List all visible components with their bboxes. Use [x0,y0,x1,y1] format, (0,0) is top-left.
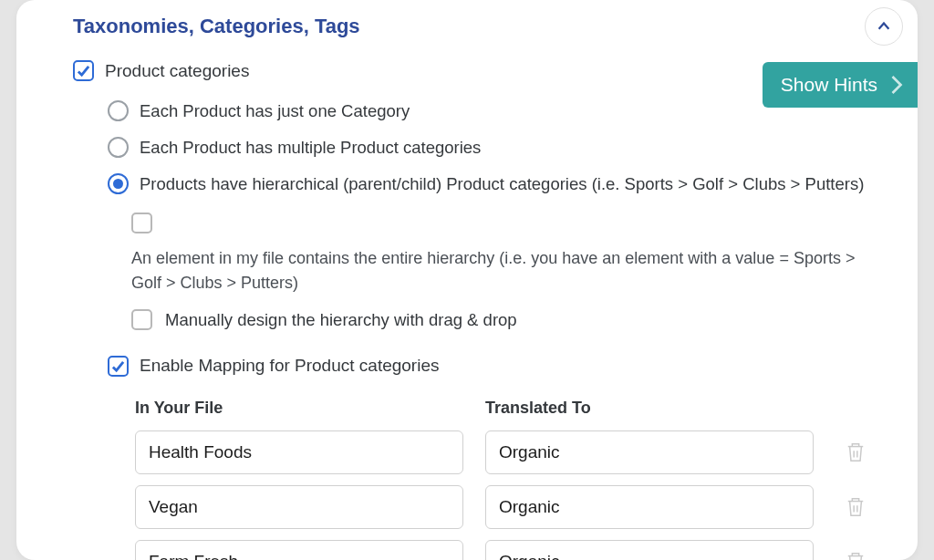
chevron-right-icon [888,73,905,97]
radio-single-category[interactable] [108,100,129,121]
delete-mapping-button[interactable] [843,549,868,560]
product-categories-checkbox[interactable] [73,60,94,81]
manual-hierarchy-checkbox[interactable] [131,309,152,330]
enable-mapping-label: Enable Mapping for Product categories [140,356,439,376]
radio-single-label: Each Product has just one Category [140,99,410,123]
chevron-up-icon [876,18,892,35]
check-icon [77,64,90,78]
mapping-target-input[interactable] [485,540,814,560]
mapping-row [135,540,881,560]
manual-hierarchy-row: Manually design the hierarchy with drag … [131,308,881,332]
radio-row-multiple: Each Product has multiple Product catego… [108,136,881,160]
radio-row-hierarchical: Products have hierarchical (parent/child… [108,172,881,196]
mapping-header-source: In Your File [135,399,463,418]
settings-panel: Taxonomies, Categories, Tags Show Hints … [16,0,918,560]
check-icon [111,359,125,373]
section-title: Taxonomies, Categories, Tags [16,0,918,60]
hierarchy-element-checkbox[interactable] [131,213,152,233]
trash-icon [846,551,866,560]
manual-hierarchy-label: Manually design the hierarchy with drag … [165,308,517,332]
mapping-source-input[interactable] [135,430,463,474]
mapping-headers: In Your File Translated To [135,399,881,418]
trash-icon [846,496,866,518]
enable-mapping-checkbox[interactable] [108,356,129,377]
radio-multiple-label: Each Product has multiple Product catego… [140,136,481,160]
mapping-source-input[interactable] [135,485,463,529]
radio-hierarchical-categories[interactable] [108,173,129,194]
mapping-target-input[interactable] [485,430,814,474]
mapping-header-target: Translated To [485,399,814,418]
show-hints-button[interactable]: Show Hints [763,62,918,108]
mapping-grid: In Your File Translated To [135,399,881,560]
content-area: Product categories Each Product has just… [16,60,918,560]
mapping-row [135,430,881,474]
mapping-target-input[interactable] [485,485,814,529]
mapping-source-input[interactable] [135,540,463,560]
show-hints-label: Show Hints [781,74,877,96]
collapse-button[interactable] [865,7,903,46]
trash-icon [846,441,866,463]
hierarchy-sub-block: An element in my file contains the entir… [131,213,881,332]
hierarchy-element-description: An element in my file contains the entir… [131,246,861,296]
enable-mapping-row: Enable Mapping for Product categories [108,356,881,377]
radio-hierarchical-label: Products have hierarchical (parent/child… [140,172,864,196]
delete-mapping-button[interactable] [843,494,868,520]
category-mode-radio-group: Each Product has just one Category Each … [108,99,881,196]
delete-mapping-button[interactable] [843,440,868,465]
product-categories-row: Product categories [73,60,881,81]
product-categories-label: Product categories [105,61,249,81]
mapping-row [135,485,881,529]
radio-multiple-categories[interactable] [108,137,129,158]
